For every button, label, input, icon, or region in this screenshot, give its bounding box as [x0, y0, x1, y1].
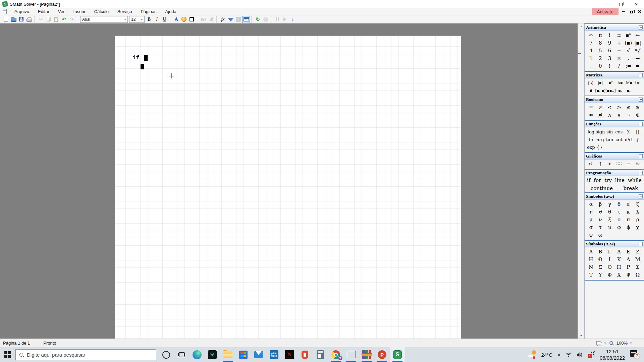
- greek-letter-button[interactable]: τ: [596, 224, 605, 231]
- greek-letter-button[interactable]: ο: [614, 216, 624, 224]
- menu-item[interactable]: Ajuda: [161, 8, 180, 15]
- symbol-button[interactable]: =: [633, 62, 642, 70]
- undo-button[interactable]: ↶: [60, 16, 68, 23]
- wifi-icon[interactable]: [566, 352, 572, 357]
- symbol-button[interactable]: ln: [586, 136, 596, 143]
- taskbar-app-calculator[interactable]: [313, 347, 328, 362]
- taskbar-app-store[interactable]: [235, 347, 251, 362]
- notification-center-button[interactable]: 7: [630, 350, 640, 359]
- tray-expand-chevron-icon[interactable]: ∧: [557, 352, 560, 357]
- symbol-button[interactable]: π: [596, 32, 605, 39]
- scroll-down-icon[interactable]: ▼: [578, 333, 584, 339]
- taskbar-app-powerpoint[interactable]: P: [374, 347, 390, 362]
- symbol-button[interactable]: :=: [624, 62, 633, 70]
- collapse-icon[interactable]: [639, 154, 643, 158]
- greek-letter-button[interactable]: ε: [624, 200, 633, 208]
- underline-button[interactable]: U: [161, 16, 168, 23]
- symbol-button[interactable]: |▪|: [595, 79, 606, 87]
- symbol-button[interactable]: ▪..: [625, 87, 634, 95]
- symbol-button[interactable]: {⋮: [596, 143, 605, 151]
- mdi-close-icon[interactable]: ✕: [637, 9, 642, 14]
- symbol-button[interactable]: 2: [596, 55, 605, 62]
- greek-letter-button[interactable]: Ι: [605, 256, 614, 263]
- collapse-icon[interactable]: [639, 73, 643, 77]
- symbol-button[interactable]: M▪: [625, 79, 634, 87]
- taskbar-app-chrome[interactable]: T: [328, 347, 343, 362]
- symbol-button[interactable]: 0: [596, 62, 605, 70]
- taskbar-app-smath[interactable]: S: [390, 347, 405, 362]
- menu-item[interactable]: Páginas: [136, 8, 161, 15]
- symbol-button[interactable]: 5: [596, 47, 605, 55]
- panel-header[interactable]: Aritmética: [585, 24, 644, 31]
- greek-letter-button[interactable]: Ξ: [596, 263, 605, 271]
- worksheet-page[interactable]: if: [115, 36, 461, 339]
- cortana-button[interactable]: [158, 347, 174, 362]
- greek-letter-button[interactable]: ρ: [633, 216, 642, 224]
- greek-letter-button[interactable]: λ: [633, 208, 642, 216]
- symbol-button[interactable]: +: [614, 39, 624, 47]
- symbol-button[interactable]: /: [614, 62, 624, 70]
- recalculate-button[interactable]: ↻: [254, 16, 262, 23]
- symbol-button[interactable]: ⊕: [633, 111, 642, 119]
- greek-letter-button[interactable]: Θ: [596, 256, 605, 263]
- mdi-restore-icon[interactable]: [629, 9, 634, 14]
- expression-placeholder[interactable]: [141, 64, 144, 69]
- keyword-button[interactable]: while: [626, 177, 643, 184]
- symbol-button[interactable]: !: [605, 62, 614, 70]
- bold-button[interactable]: B: [145, 16, 153, 23]
- keyword-button[interactable]: line: [613, 177, 626, 184]
- greek-letter-button[interactable]: σ: [586, 224, 596, 231]
- symbol-button[interactable]: i×i: [634, 79, 643, 87]
- symbol-button[interactable]: =: [586, 104, 596, 111]
- symbol-button[interactable]: ∫: [633, 136, 642, 143]
- symbol-button[interactable]: 1: [586, 55, 596, 62]
- canvas-area[interactable]: if: [0, 23, 578, 339]
- symbol-button[interactable]: 6: [605, 47, 614, 55]
- symbol-button[interactable]: ⁿ√: [633, 47, 642, 55]
- symbol-button[interactable]: ≡: [624, 160, 633, 168]
- side-panels-toggle[interactable]: [242, 16, 250, 23]
- greek-letter-button[interactable]: υ: [605, 224, 614, 231]
- symbol-button[interactable]: tan: [605, 136, 614, 143]
- panel-header[interactable]: Funções: [585, 121, 644, 127]
- help-button[interactable]: ?: [234, 16, 242, 23]
- symbol-button[interactable]: (▪): [624, 39, 633, 47]
- symbol-button[interactable]: ▪.: [616, 87, 625, 95]
- collapse-icon[interactable]: [639, 171, 643, 175]
- greek-letter-button[interactable]: θ: [605, 208, 614, 216]
- greek-letter-button[interactable]: Υ: [596, 271, 605, 279]
- symbol-button[interactable]: ▪ⁿ: [624, 32, 633, 39]
- insert-function-button[interactable]: fx: [219, 16, 227, 23]
- collapse-icon[interactable]: [639, 98, 643, 102]
- symbol-button[interactable]: 7: [586, 39, 596, 47]
- symbol-button[interactable]: >: [614, 104, 624, 111]
- greek-letter-button[interactable]: Φ: [605, 271, 614, 279]
- greek-letter-button[interactable]: Δ: [614, 248, 624, 256]
- taskbar-app-winrar[interactable]: [359, 347, 374, 362]
- menu-item[interactable]: Inserir: [69, 8, 90, 15]
- symbol-button[interactable]: ≥: [633, 104, 642, 111]
- if-expression[interactable]: if: [132, 55, 148, 61]
- menu-item[interactable]: Serviço: [113, 8, 136, 15]
- symbol-button[interactable]: ↑: [596, 160, 605, 168]
- chevron-down-icon[interactable]: [604, 343, 606, 344]
- symbol-button[interactable]: ▪⃗: [586, 87, 595, 95]
- symbol-button[interactable]: ∷∷: [614, 160, 624, 168]
- greek-letter-button[interactable]: Ζ: [633, 248, 642, 256]
- greek-letter-button[interactable]: Ρ: [624, 263, 633, 271]
- activate-button[interactable]: Activate: [592, 8, 619, 15]
- minimize-icon[interactable]: [598, 0, 613, 8]
- taskbar-app-explorer[interactable]: [220, 347, 235, 362]
- symbol-button[interactable]: 3: [605, 55, 614, 62]
- filter-button[interactable]: [227, 16, 234, 23]
- greek-letter-button[interactable]: ξ: [605, 216, 614, 224]
- symbol-button[interactable]: ≠: [596, 104, 605, 111]
- symbol-button[interactable]: ←: [633, 32, 642, 39]
- zoom-magnifier-icon[interactable]: [609, 341, 613, 345]
- italic-button[interactable]: I: [153, 16, 161, 23]
- greek-letter-button[interactable]: Η: [586, 256, 596, 263]
- greek-letter-button[interactable]: Ν: [586, 263, 596, 271]
- copy-button[interactable]: [45, 16, 52, 23]
- symbol-button[interactable]: [∷]: [586, 79, 595, 87]
- greek-letter-button[interactable]: κ: [624, 208, 633, 216]
